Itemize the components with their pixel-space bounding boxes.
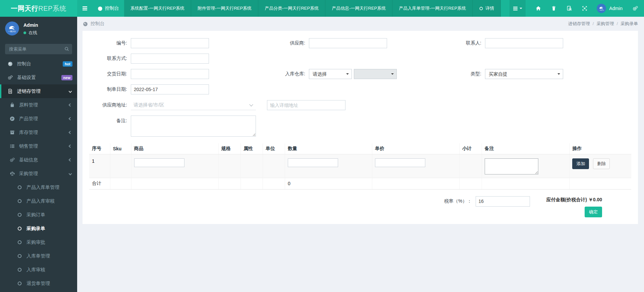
ring-icon — [17, 240, 22, 245]
page-title: 控制台 — [91, 21, 105, 27]
sidebar-item-label: 入库审核 — [26, 267, 45, 273]
tacho-icon — [8, 61, 13, 66]
nav-dashboard[interactable]: 控制台 — [93, 0, 124, 17]
unit-price-input[interactable] — [375, 158, 425, 167]
type-select[interactable]: 买家自提 — [485, 69, 563, 79]
home-button[interactable] — [536, 6, 541, 11]
code-input[interactable] — [131, 38, 209, 48]
search-icon[interactable] — [64, 47, 69, 53]
sidebar-menu: 控制台hot基础设置new进销存管理原料管理产品管理库存管理销售管理基础信息采购… — [0, 57, 77, 290]
sidebar-item[interactable]: 产品管理 — [0, 112, 77, 126]
sidebar-item-label: 采购订单 — [26, 212, 45, 218]
sidebar-item[interactable]: 进销存管理 — [0, 84, 77, 98]
navbar-tab[interactable]: 系统配置-一网天行REP系统 — [124, 0, 191, 17]
navbar-tab[interactable]: 产品信息-一网天行REP系统 — [325, 0, 392, 17]
product-input[interactable] — [134, 158, 184, 167]
home-icon — [536, 6, 541, 11]
confirm-button[interactable]: 确定 — [585, 207, 602, 217]
bag-icon — [10, 102, 15, 107]
code-label: 编号: — [89, 40, 131, 46]
supplier-input[interactable] — [309, 38, 387, 48]
avatar — [597, 4, 606, 13]
navbar-tab[interactable]: 附件管理-一网天行REP系统 — [191, 0, 258, 17]
delivery-date-input[interactable] — [131, 69, 209, 79]
navbar-tab[interactable]: 产品分类-一网天行REP系统 — [258, 0, 325, 17]
region-select[interactable]: 请选择省/市/区 — [131, 100, 256, 110]
trash-button[interactable] — [551, 6, 556, 11]
order-date-label: 制单日期: — [89, 86, 131, 92]
sidebar-item[interactable]: 产品入库审核 — [0, 194, 77, 208]
sidebar-item[interactable]: 原料管理 — [0, 98, 77, 112]
quantity-input[interactable] — [288, 158, 338, 167]
contact-label: 联系人: — [387, 40, 485, 46]
navbar-tab-detail[interactable]: 详情 — [473, 0, 501, 17]
address-detail-input[interactable] — [267, 100, 345, 110]
ring-icon — [17, 253, 22, 259]
app-logo[interactable]: 一网天行REP系统 — [0, 0, 77, 17]
sidebar-item-label: 进销存管理 — [17, 88, 41, 94]
clear-cache-button[interactable] — [567, 6, 572, 11]
breadcrumb-item[interactable]: 进销存管理 — [568, 21, 590, 26]
sidebar-item[interactable]: 产品入库单管理 — [0, 180, 77, 194]
sidebar-item-label: 采购审批 — [26, 239, 45, 245]
column-header: 单位 — [263, 143, 285, 154]
warehouse-sub-select[interactable] — [354, 69, 397, 79]
contact-input[interactable] — [485, 38, 563, 48]
caret-down-icon — [391, 73, 394, 76]
navbar-tab[interactable]: 产品入库单管理-一网天行REP系统 — [392, 0, 473, 17]
fullscreen-button[interactable] — [582, 6, 587, 11]
contact-way-input[interactable] — [131, 54, 209, 64]
ring-icon — [17, 267, 22, 272]
tax-rate-input[interactable] — [476, 196, 530, 207]
sidebar-item[interactable]: 库存管理 — [0, 126, 77, 139]
user-menu[interactable]: Admin — [597, 4, 623, 13]
row-remark-textarea[interactable] — [485, 158, 538, 174]
sidebar-item[interactable]: 基础设置new — [0, 71, 77, 84]
tabs-dropdown-button[interactable] — [509, 0, 526, 17]
add-row-button[interactable]: 添加 — [572, 158, 589, 169]
column-header: 商品 — [131, 143, 218, 154]
row-subtotal — [459, 154, 482, 178]
warehouse-select[interactable]: 请选择 — [309, 69, 352, 79]
row-index: 1 — [89, 154, 110, 178]
sidebar-item[interactable]: 采购管理 — [0, 167, 77, 180]
breadcrumb-item[interactable]: 采购录单 — [621, 21, 638, 26]
sidebar-item-label: 销售管理 — [19, 143, 38, 149]
sidebar-item[interactable]: 入库单管理 — [0, 249, 77, 263]
sidebar-item[interactable]: 退货单管理 — [0, 277, 77, 290]
delete-row-button[interactable]: 删除 — [593, 158, 610, 169]
expand-icon — [582, 6, 587, 11]
sidebar-toggle-button[interactable] — [77, 0, 93, 17]
trash-icon — [551, 6, 556, 11]
table-total-row: 合计 0 — [89, 178, 631, 189]
breadcrumb: 进销存管理/采购管理/采购录单 — [568, 21, 638, 27]
items-table: 序号Sku商品规格属性单位数量单价小计备注操作 1 — [89, 143, 631, 190]
order-date-input[interactable] — [131, 84, 209, 94]
remark-textarea[interactable] — [131, 116, 256, 137]
sidebar-item[interactable]: 控制台hot — [0, 57, 77, 71]
sidebar-item[interactable]: 销售管理 — [0, 139, 77, 153]
settings-button[interactable] — [633, 6, 638, 11]
warehouse-select-value: 请选择 — [313, 71, 327, 77]
sidebar-item[interactable]: 采购录单 — [0, 222, 77, 235]
search-input[interactable] — [5, 44, 72, 54]
breadcrumb-item[interactable]: 采购管理 — [596, 21, 614, 26]
sidebar-item[interactable]: 入库审核 — [0, 263, 77, 277]
sidebar-item[interactable]: 基础信息 — [0, 153, 77, 167]
sidebar-item[interactable]: 采购审批 — [0, 235, 77, 249]
column-header: 单价 — [372, 143, 459, 154]
sidebar-item[interactable]: 采购订单 — [0, 208, 77, 222]
navbar-tabs: 系统配置-一网天行REP系统附件管理-一网天行REP系统产品分类-一网天行REP… — [124, 0, 473, 17]
form-footer: 税率（%）： 应付金额(价税合计) ￥0.00 确定 — [89, 196, 631, 217]
chevron-down-icon — [249, 102, 253, 106]
region-select-placeholder: 请选择省/市/区 — [133, 102, 164, 107]
table-header-row: 序号Sku商品规格属性单位数量单价小计备注操作 — [89, 143, 631, 154]
chevron-left-icon — [69, 131, 72, 134]
type-select-value: 买家自提 — [489, 71, 507, 77]
ring-icon — [17, 199, 22, 204]
circle-icon — [479, 6, 483, 11]
archive-icon — [10, 130, 15, 135]
total-quantity: 0 — [285, 178, 372, 189]
badge-new: new — [61, 75, 72, 80]
scale-icon — [10, 171, 15, 176]
